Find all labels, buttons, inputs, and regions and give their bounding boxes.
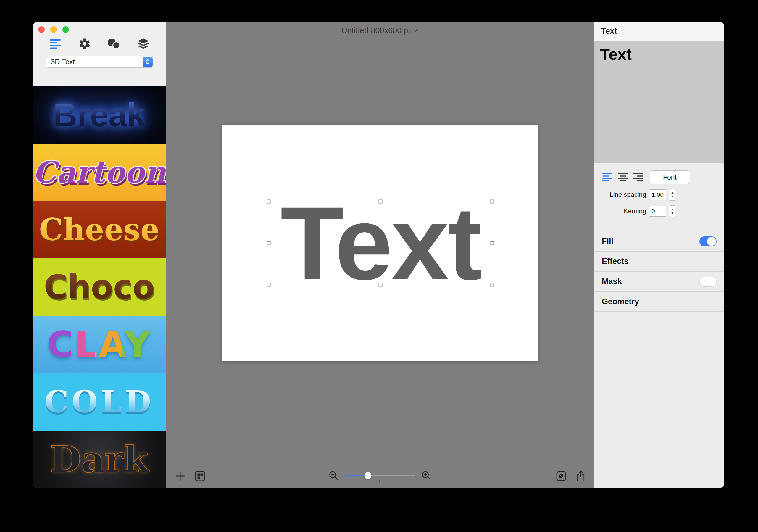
zoom-slider[interactable] [345,472,415,479]
align-center-icon[interactable] [617,173,628,182]
templates-icon[interactable] [194,470,206,482]
style-preview-list: Break Cartoon Cheese Choco CLAY COLD Dar… [33,86,166,488]
selection-handle[interactable] [491,200,495,203]
alignment-row: Font [594,170,724,184]
selection-handle[interactable] [491,283,495,287]
selection-handle[interactable] [267,283,271,287]
zoom-controls [328,470,431,481]
zoom-slider-track[interactable] [345,475,415,476]
line-spacing-input[interactable] [649,189,666,200]
style-preview-clay[interactable]: CLAY [33,316,166,373]
style-category-value: 3D Text [46,58,143,66]
text-content-editor[interactable]: Text [594,41,724,163]
zoom-out-icon[interactable] [328,470,339,481]
fill-toggle[interactable] [700,236,717,246]
alignment-group [602,173,644,182]
line-spacing-row: Line spacing [594,189,724,200]
sidebar-toolbar [33,33,166,50]
section-effects[interactable]: Effects [594,251,724,271]
style-preview-dark[interactable]: Dark [33,431,166,488]
sidebar-header: 3D Text [33,22,166,86]
style-preview-label: Cheese [39,212,159,247]
section-fill-label: Fill [602,237,613,246]
style-preview-label: COLD [45,384,154,420]
share-icon[interactable] [575,470,586,482]
scale-icon[interactable] [555,470,567,482]
styles-list-icon[interactable] [48,37,62,50]
text-controls: Font Line spacing Kerning [594,163,724,231]
inspector-sections: Fill Effects Mask Geometry [594,231,724,311]
shapes-icon[interactable] [107,37,121,50]
style-preview-choco[interactable]: Choco [33,258,166,316]
traffic-lights [33,22,166,33]
selection-handle[interactable] [267,241,271,245]
align-left-icon[interactable] [602,173,613,182]
selection-handle[interactable] [379,283,383,287]
zoom-slider-center-tick [379,480,380,482]
toggle-knob [700,277,709,286]
mask-toggle[interactable] [700,277,717,287]
minimize-button[interactable] [50,26,57,33]
section-effects-label: Effects [602,257,628,266]
align-right-icon[interactable] [633,173,644,182]
style-preview-label: CLAY [47,323,152,366]
document-title[interactable]: Untitled 800x600 pt [166,26,594,35]
section-fill[interactable]: Fill [594,231,724,251]
document-title-text: Untitled 800x600 pt [341,26,410,35]
section-mask-label: Mask [602,277,622,286]
title-chevron-icon [413,29,418,32]
style-category-dropdown[interactable]: 3D Text [46,56,154,68]
kerning-row: Kerning [594,205,724,217]
app-window: 3D Text Break Cartoon Cheese Choco CL [33,22,724,488]
style-preview-label: Cartoon [33,155,166,190]
add-icon[interactable] [175,471,186,482]
style-preview-label: Dark [50,438,149,480]
line-spacing-stepper[interactable] [669,189,676,200]
zoom-button[interactable] [62,26,69,33]
style-preview-cheese[interactable]: Cheese [33,201,166,258]
kerning-label: Kerning [594,207,646,215]
selection-handle[interactable] [491,241,495,245]
close-button[interactable] [38,26,45,33]
artboard[interactable]: Text [222,125,538,361]
section-mask[interactable]: Mask [594,271,724,292]
selection-handle[interactable] [267,200,271,203]
inspector-header: Text [594,22,724,41]
text-selection-box[interactable]: Text [269,201,492,285]
kerning-input[interactable] [649,206,666,217]
inspector-panel: Text Text [594,22,724,488]
zoom-slider-thumb[interactable] [364,472,371,479]
line-spacing-label: Line spacing [594,191,646,198]
canvas-bottom-left-toolbar [175,470,206,482]
selection-handle[interactable] [379,200,383,203]
settings-gear-icon[interactable] [78,37,92,50]
popup-arrows-icon [143,57,153,67]
canvas-bottom-right-toolbar [555,470,586,482]
section-geometry[interactable]: Geometry [594,292,724,311]
zoom-in-icon[interactable] [421,470,431,481]
canvas-area[interactable]: Untitled 800x600 pt Text [166,22,594,488]
style-preview-cold[interactable]: COLD [33,373,166,431]
toggle-knob [707,237,716,246]
section-geometry-label: Geometry [602,297,639,306]
style-preview-label: Break [53,96,145,134]
font-button[interactable]: Font [650,170,690,184]
inspector-title: Text [601,27,617,36]
canvas-text-object[interactable]: Text [269,201,492,285]
style-preview-label: Choco [44,268,155,306]
sidebar: 3D Text Break Cartoon Cheese Choco CL [33,22,166,488]
style-preview-break[interactable]: Break [33,86,166,144]
layers-icon[interactable] [136,37,150,50]
style-preview-cartoon[interactable]: Cartoon [33,144,166,201]
kerning-stepper[interactable] [669,205,676,217]
